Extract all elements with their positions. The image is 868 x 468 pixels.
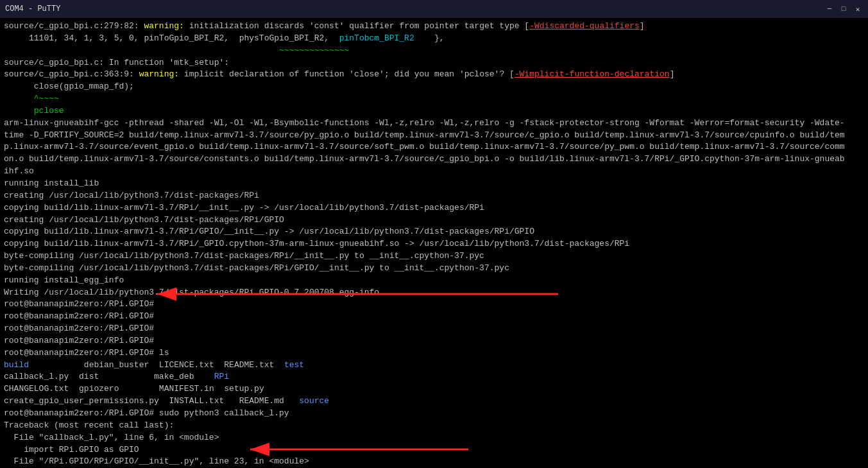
terminal-text: debian_buster xyxy=(84,360,149,370)
terminal-line: time -D_FORTIFY_SOURCE=2 build/temp.linu… xyxy=(4,130,864,142)
terminal-line: copying build/lib.linux-armv7l-3.7/RPi/_… xyxy=(4,202,864,214)
terminal-text: File "/RPi.GPIO/RPi/GPIO/__init__.py", l… xyxy=(4,456,309,466)
terminal-text: time -D_FORTIFY_SOURCE=2 build/temp.linu… xyxy=(4,130,845,140)
terminal-text: arm-linux-gnueabihf-gcc -pthread -shared… xyxy=(4,118,845,128)
terminal-line: close(gpio_mmap_fd); xyxy=(4,81,864,93)
terminal-line: root@bananapim2zero:/RPi.GPIO# xyxy=(4,335,864,347)
terminal-text: 'close' xyxy=(349,69,384,79)
terminal-text: root@bananapim2zero:/RPi.GPIO# xyxy=(4,324,154,333)
terminal-text: byte-compiling /usr/local/lib/python3.7/… xyxy=(4,251,484,261)
terminal-line: creating /usr/local/lib/python3.7/dist-p… xyxy=(4,214,864,227)
terminal-text: on.o build/temp.linux-armv7l-3.7/source/… xyxy=(4,154,845,164)
terminal-line: copying build/lib.linux-armv7l-3.7/RPi/G… xyxy=(4,226,864,238)
terminal-text: 'pclose' xyxy=(459,69,499,79)
terminal-text: ^~~~~ xyxy=(4,94,59,103)
terminal-text: 11101, 34, 1, 3, 5, 0, pinToGpio_BPI_R2,… xyxy=(4,33,339,43)
terminal-text: source xyxy=(299,396,329,406)
terminal-text: File "callback_l.py", line 6, in <module… xyxy=(4,433,219,442)
terminal-line: create_gpio_user_permissions.py INSTALL.… xyxy=(4,395,864,408)
terminal-text: import RPi.GPIO as GPIO xyxy=(4,445,139,455)
terminal-line: copying build/lib.linux-armv7l-3.7/RPi/_… xyxy=(4,238,864,250)
terminal-text xyxy=(69,384,79,394)
terminal-line: root@bananapim2zero:/RPi.GPIO# xyxy=(4,311,864,323)
terminal-text: build xyxy=(4,360,29,370)
terminal-text: running install_egg_info xyxy=(4,275,124,285)
terminal-text: copying build/lib.linux-armv7l-3.7/RPi/G… xyxy=(4,227,534,236)
terminal-line: ^~~~~ xyxy=(4,93,864,105)
terminal-line: source/c_gpio_bpi.c:279:82: warning: ini… xyxy=(4,21,864,33)
terminal-text: source/c_gpio_bpi.c:279:82: xyxy=(4,21,144,31)
terminal-text: root@bananapim2zero:/RPi.GPIO# xyxy=(4,299,154,309)
terminal-text: ? [ xyxy=(499,69,514,79)
window-controls: ─ □ ✕ xyxy=(824,4,863,14)
terminal-text: running install_lib xyxy=(4,178,99,188)
terminal-text: Traceback (most recent call last): xyxy=(4,420,174,430)
terminal-text: qualifier from pointer target type [ xyxy=(345,21,530,31)
terminal-text: ] xyxy=(670,69,675,79)
terminal-line: build debian_buster LICENCE.txt README.t… xyxy=(4,360,864,372)
terminal-text: root@bananapim2zero:/RPi.GPIO# ls xyxy=(4,348,169,358)
terminal-text: pinTobcm_BPI_R2 xyxy=(339,33,414,43)
terminal-line: ~~~~~~~~~~~~~~ xyxy=(4,45,864,57)
terminal-text xyxy=(29,360,84,370)
terminal-line: import RPi.GPIO as GPIO xyxy=(4,444,864,456)
terminal-line: ihf.so xyxy=(4,166,864,178)
terminal-line: source/c_gpio_bpi.c: In function 'mtk_se… xyxy=(4,57,864,69)
terminal-line: running install_egg_info xyxy=(4,275,864,287)
terminal-text: source/c_gpio_bpi.c:363:9: xyxy=(4,69,139,79)
terminal-text: 'mtk_setup' xyxy=(169,58,224,67)
terminal-text xyxy=(4,106,34,116)
terminal-line: p.linux-armv7l-3.7/source/event_gpio.o b… xyxy=(4,141,864,153)
terminal-line: pclose xyxy=(4,105,864,117)
terminal-text: MANIFEST.in setup.py xyxy=(119,384,264,394)
minimize-button[interactable]: ─ xyxy=(824,4,835,14)
terminal-line: byte-compiling /usr/local/lib/python3.7/… xyxy=(4,250,864,263)
terminal-text: test xyxy=(284,360,304,370)
terminal-line: callback_l.py dist make_deb RPi xyxy=(4,371,864,383)
terminal-text: dist xyxy=(79,372,99,381)
terminal-line: 11101, 34, 1, 3, 5, 0, pinToGpio_BPI_R2,… xyxy=(4,33,864,45)
terminal-text: callback_l.py xyxy=(4,372,69,381)
terminal-line: Writing /usr/local/lib/python3.7/dist-pa… xyxy=(4,287,864,299)
terminal-text: make_deb xyxy=(99,372,214,381)
window-title: COM4 - PuTTY xyxy=(5,4,60,13)
terminal-text: -Wimplicit-function-declaration xyxy=(515,69,670,79)
terminal-text: root@bananapim2zero:/RPi.GPIO# xyxy=(4,311,154,321)
terminal-line: running install_lib xyxy=(4,178,864,190)
terminal-line: root@bananapim2zero:/RPi.GPIO# ls xyxy=(4,347,864,360)
restore-button[interactable]: □ xyxy=(838,4,849,14)
terminal-text: byte-compiling /usr/local/lib/python3.7/… xyxy=(4,263,509,273)
terminal-line: File "/RPi.GPIO/RPi/GPIO/__init__.py", l… xyxy=(4,456,864,468)
terminal-line: root@bananapim2zero:/RPi.GPIO# sudo pyth… xyxy=(4,408,864,420)
terminal-text: root@bananapim2zero:/RPi.GPIO# xyxy=(4,336,154,345)
terminal-text: gpiozero xyxy=(79,384,119,394)
terminal-text: RPi xyxy=(214,372,229,381)
terminal-text: implicit declaration of function xyxy=(179,69,349,79)
terminal-text: copying build/lib.linux-armv7l-3.7/RPi/_… xyxy=(4,239,629,248)
terminal-line: root@bananapim2zero:/RPi.GPIO# xyxy=(4,299,864,311)
terminal-line: arm-linux-gnueabihf-gcc -pthread -shared… xyxy=(4,117,864,130)
terminal-text: ~~~~~~~~~~~~~~ xyxy=(4,46,349,55)
title-bar: COM4 - PuTTY ─ □ ✕ xyxy=(0,0,868,18)
terminal-line: CHANGELOG.txt gpiozero MANIFEST.in setup… xyxy=(4,383,864,395)
terminal-text xyxy=(69,372,79,381)
terminal-text: creating /usr/local/lib/python3.7/dist-p… xyxy=(4,191,259,200)
terminal-line: root@bananapim2zero:/RPi.GPIO# xyxy=(4,323,864,335)
terminal-line: byte-compiling /usr/local/lib/python3.7/… xyxy=(4,263,864,275)
terminal-text: pclose xyxy=(34,106,64,116)
terminal-text: Writing /usr/local/lib/python3.7/dist-pa… xyxy=(4,288,379,297)
close-button[interactable]: ✕ xyxy=(853,4,863,14)
terminal-output: source/c_gpio_bpi.c:279:82: warning: ini… xyxy=(0,18,868,468)
terminal-line: File "callback_l.py", line 6, in <module… xyxy=(4,432,864,444)
terminal-text: LICENCE.txt README.txt xyxy=(149,360,284,370)
terminal-text: ihf.so xyxy=(4,166,34,176)
terminal-text: root@bananapim2zero:/RPi.GPIO# sudo pyth… xyxy=(4,408,289,418)
terminal-text: p.linux-armv7l-3.7/source/event_gpio.o b… xyxy=(4,142,845,152)
terminal-text: creating /usr/local/lib/python3.7/dist-p… xyxy=(4,215,284,225)
terminal-text: copying build/lib.linux-armv7l-3.7/RPi/_… xyxy=(4,203,484,212)
terminal-line: source/c_gpio_bpi.c:363:9: warning: impl… xyxy=(4,69,864,81)
terminal-text: create_gpio_user_permissions.py INSTALL.… xyxy=(4,396,299,406)
terminal-text: initialization discards xyxy=(184,21,309,31)
terminal-text: CHANGELOG.txt xyxy=(4,384,69,394)
terminal-text: 'const' xyxy=(309,21,345,31)
